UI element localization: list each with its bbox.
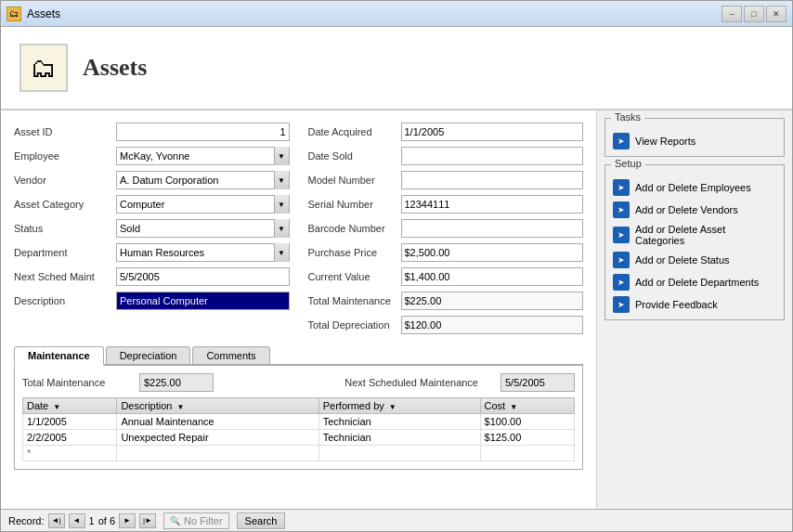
purchase-price-input[interactable] <box>401 243 584 262</box>
record-current: 1 <box>89 515 95 526</box>
setup-arrow-icon: ➤ <box>613 274 630 291</box>
main-content: Asset ID Employee McKay, Yvonne ▼ Vendor <box>1 110 792 509</box>
total-depreciation-row: Total Depreciation <box>308 315 584 335</box>
vendor-value: A. Datum Corporation <box>117 175 274 186</box>
minimize-button[interactable]: – <box>722 6 742 22</box>
tab-maintenance[interactable]: Maintenance <box>14 346 104 366</box>
purchase-price-row: Purchase Price <box>308 242 584 263</box>
date-acquired-input[interactable] <box>401 123 584 141</box>
next-scheduled-tab-value: 5/5/2005 <box>500 373 575 392</box>
setup-arrow-icon: ➤ <box>613 227 630 243</box>
col-performed-by[interactable]: Performed by ▼ <box>318 398 480 414</box>
serial-number-input[interactable] <box>401 195 584 214</box>
cell-performed-by: Technician <box>318 430 480 446</box>
cell-cost: $125.00 <box>480 430 574 446</box>
employee-dropdown-icon[interactable]: ▼ <box>274 147 289 165</box>
nav-next-button[interactable]: ► <box>119 513 136 528</box>
vendor-select[interactable]: A. Datum Corporation ▼ <box>116 171 290 189</box>
asset-category-dropdown-icon[interactable]: ▼ <box>274 195 289 214</box>
asset-category-select[interactable]: Computer ▼ <box>116 195 290 214</box>
purchase-price-label: Purchase Price <box>308 247 401 258</box>
asset-category-label: Asset Category <box>14 199 116 210</box>
vendor-dropdown-icon[interactable]: ▼ <box>274 171 289 189</box>
task-item[interactable]: ➤ View Reports <box>609 130 780 152</box>
employee-value: McKay, Yvonne <box>117 150 274 162</box>
setup-label: Add or Delete Asset Categories <box>635 224 776 246</box>
cell-date: 1/1/2005 <box>23 414 117 430</box>
department-dropdown-icon[interactable]: ▼ <box>274 243 289 262</box>
setup-label: Add or Delete Departments <box>635 277 759 288</box>
description-row: Description <box>14 291 290 311</box>
tasks-title: Tasks <box>611 111 644 123</box>
search-button[interactable]: Search <box>237 513 286 529</box>
barcode-number-input[interactable] <box>401 219 584 238</box>
tasks-content: ➤ View Reports <box>605 123 784 156</box>
maximize-button[interactable]: □ <box>744 6 764 22</box>
status-select[interactable]: Sold ▼ <box>116 219 290 238</box>
status-dropdown-icon[interactable]: ▼ <box>274 219 289 238</box>
close-button[interactable]: ✕ <box>766 6 786 22</box>
col-description[interactable]: Description ▼ <box>117 398 318 414</box>
setup-item[interactable]: ➤ Add or Delete Vendors <box>609 199 780 221</box>
form-section: Asset ID Employee McKay, Yvonne ▼ Vendor <box>14 122 583 339</box>
title-bar: 🗂 Assets – □ ✕ <box>1 1 792 27</box>
description-label: Description <box>14 295 116 306</box>
setup-item[interactable]: ➤ Provide Feedback <box>609 293 780 316</box>
setup-item[interactable]: ➤ Add or Delete Status <box>609 249 780 271</box>
setup-label: Add or Delete Employees <box>635 182 751 193</box>
nav-prev-button[interactable]: ◄ <box>69 513 85 528</box>
next-scheduled-tab-label: Next Scheduled Maintenance <box>344 377 478 388</box>
vendor-label: Vendor <box>14 175 116 186</box>
status-bar: Record: ◄| ◄ 1 of 6 ► |► 🔍 No Filter Sea… <box>1 509 792 531</box>
employee-select[interactable]: McKay, Yvonne ▼ <box>116 147 290 165</box>
nav-last-button[interactable]: |► <box>139 513 156 528</box>
main-window: 🗂 Assets – □ ✕ 🗂 Assets Asset ID <box>0 0 793 532</box>
col-cost[interactable]: Cost ▼ <box>480 398 574 414</box>
date-sold-row: Date Sold <box>308 146 584 166</box>
serial-number-label: Serial Number <box>308 199 401 210</box>
department-label: Department <box>14 247 116 258</box>
department-value: Human Resources <box>117 247 274 258</box>
barcode-number-row: Barcode Number <box>308 218 584 239</box>
total-maintenance-tab-value: $225.00 <box>139 373 214 392</box>
next-sched-maint-input[interactable] <box>116 267 290 286</box>
status-value: Sold <box>117 223 274 234</box>
total-depreciation-label: Total Depreciation <box>308 319 401 331</box>
setup-item[interactable]: ➤ Add or Delete Employees <box>609 176 780 199</box>
nav-first-button[interactable]: ◄| <box>48 513 65 528</box>
setup-item[interactable]: ➤ Add or Delete Departments <box>609 271 780 293</box>
record-label: Record: <box>8 515 45 526</box>
current-value-label: Current Value <box>308 271 401 282</box>
form-left-col: Asset ID Employee McKay, Yvonne ▼ Vendor <box>14 122 290 339</box>
department-row: Department Human Resources ▼ <box>14 242 290 263</box>
window-icon: 🗂 <box>6 6 21 21</box>
model-number-input[interactable] <box>401 171 584 189</box>
asset-id-input[interactable] <box>116 123 290 141</box>
setup-item[interactable]: ➤ Add or Delete Asset Categories <box>609 221 780 249</box>
asset-id-row: Asset ID <box>14 122 290 142</box>
asset-category-row: Asset Category Computer ▼ <box>14 194 290 214</box>
record-nav: Record: ◄| ◄ 1 of 6 ► |► <box>8 513 156 528</box>
setup-arrow-icon: ➤ <box>613 201 630 218</box>
tab-summary-row: Total Maintenance $225.00 Next Scheduled… <box>22 373 575 392</box>
col-date[interactable]: Date ▼ <box>23 398 117 414</box>
date-acquired-label: Date Acquired <box>308 126 401 137</box>
form-right-col: Date Acquired Date Sold Model Number Ser… <box>308 122 584 339</box>
status-label: Status <box>14 223 116 234</box>
header: 🗂 Assets <box>1 27 792 110</box>
date-sold-input[interactable] <box>401 147 584 165</box>
tab-depreciation[interactable]: Depreciation <box>106 346 191 364</box>
maintenance-table: Date ▼ Description ▼ Performed by ▼ Cost… <box>22 397 575 461</box>
model-number-label: Model Number <box>308 175 401 186</box>
window-controls: – □ ✕ <box>722 6 786 22</box>
next-sched-maint-row: Next Sched Maint <box>14 266 290 287</box>
current-value-input[interactable] <box>401 267 584 286</box>
barcode-number-label: Barcode Number <box>308 223 401 234</box>
total-maintenance-form-label: Total Maintenance <box>308 295 401 306</box>
status-row: Status Sold ▼ <box>14 218 290 239</box>
tab-comments[interactable]: Comments <box>192 346 269 364</box>
new-row-marker: * <box>23 446 117 461</box>
description-input[interactable] <box>116 292 290 310</box>
right-panel: Tasks ➤ View Reports Setup ➤ Add or Dele… <box>597 110 792 509</box>
department-select[interactable]: Human Resources ▼ <box>116 243 290 262</box>
